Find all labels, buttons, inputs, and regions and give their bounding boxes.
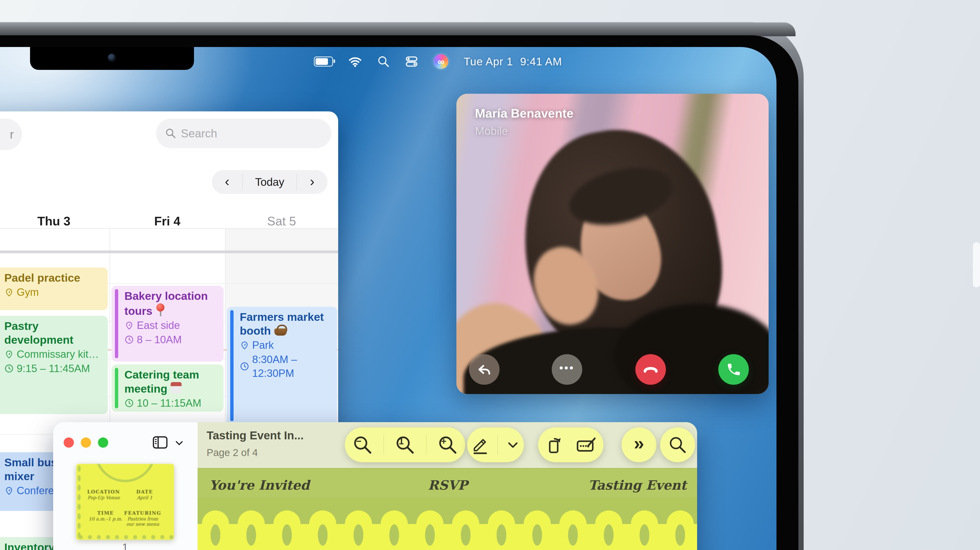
calendar-nav-control: ‹ Today ›: [212, 170, 328, 194]
rotate-button[interactable]: [544, 435, 564, 454]
markup-dropdown-button[interactable]: [506, 438, 520, 451]
backdrop-edge-artifact: [973, 242, 980, 287]
clock-icon: [240, 362, 249, 371]
apple-intelligence-icon[interactable]: [434, 54, 448, 69]
laptop-lid-edge: [0, 22, 795, 36]
spotlight-search-icon[interactable]: [377, 55, 390, 68]
thumbnail-page-number: 1: [76, 541, 174, 550]
preview-document-area: You're Invited RSVP Tasting Event Tastin…: [197, 422, 697, 550]
prev-day-button[interactable]: ‹: [212, 170, 242, 194]
toolbar-divider: [383, 435, 384, 455]
minimize-button[interactable]: [81, 437, 91, 448]
battery-icon[interactable]: [314, 57, 333, 67]
wifi-icon[interactable]: [348, 54, 362, 69]
reply-icon: [476, 362, 492, 377]
zoom-control-group: − 1 +: [345, 427, 465, 462]
day-header-fri: Fri 4: [110, 214, 225, 228]
toolbar-divider: [426, 435, 426, 455]
page-indicator: Page 2 of 4: [207, 447, 258, 458]
doc-header-center: RSVP: [426, 478, 469, 493]
more-button[interactable]: •••: [552, 354, 582, 385]
clock-icon: [4, 364, 14, 373]
event-bakery-location-tours[interactable]: Bakery location tours📍 East side 8 – 10A…: [111, 286, 224, 362]
window-title: Tasting Event In...: [207, 429, 304, 442]
event-color-bar: [115, 368, 118, 408]
clock-icon: [124, 335, 134, 344]
camera: [108, 54, 116, 62]
zoom-out-button[interactable]: −: [348, 430, 377, 459]
location-icon: [240, 340, 249, 350]
menu-bar-date: Tue Apr 1: [463, 55, 513, 68]
sidebar-toggle-button[interactable]: [153, 436, 168, 449]
caller-name: María Benavente: [475, 106, 573, 120]
doc-header-left: You're Invited: [209, 478, 310, 493]
event-color-bar: [115, 289, 118, 358]
zoom-in-button[interactable]: +: [433, 430, 462, 459]
page-1-thumbnail[interactable]: LOCATION Pop-Up Venue DATE April 1 TIME …: [76, 464, 174, 540]
papel-picado-page: [197, 497, 697, 550]
laptop-screen: Tue Apr 1 9:41 AM r ‹ Today › Thu 3 Fri …: [0, 47, 776, 550]
location-icon: [4, 349, 14, 359]
phone-icon: [726, 362, 741, 377]
more-tools-button[interactable]: »: [622, 427, 656, 462]
decline-call-button[interactable]: [635, 354, 666, 385]
sidebar-view-chevron-button[interactable]: [173, 438, 185, 448]
event-pastry-development[interactable]: Pastry development Commissary kit… 9:15 …: [0, 316, 108, 414]
toolbar-divider: [497, 435, 498, 455]
location-icon: [124, 320, 134, 330]
event-catering-team-meeting[interactable]: Catering team meeting🗓 10 – 11:15AM: [111, 364, 224, 412]
event-padel-practice[interactable]: Padel practice Gym: [0, 268, 108, 310]
call-line-label: Mobile: [475, 124, 508, 137]
zoom-actual-size-button[interactable]: 1: [391, 430, 419, 459]
markup-control-group: [467, 427, 524, 462]
preview-window[interactable]: LOCATION Pop-Up Venue DATE April 1 TIME …: [53, 422, 697, 550]
clock-icon: [124, 398, 134, 408]
calendar-search-field[interactable]: [156, 119, 331, 148]
location-icon: [4, 486, 14, 496]
day-header-thu: Thu 3: [0, 214, 108, 228]
hang-up-icon: [641, 360, 660, 378]
markup-pencil-button[interactable]: [471, 435, 489, 454]
calendar-emoji: 🗓: [170, 382, 182, 394]
next-day-button[interactable]: ›: [297, 170, 328, 194]
pushpin-emoji: 📍: [155, 303, 165, 317]
doc-header-right: Tasting Event: [579, 478, 687, 493]
search-icon: [668, 435, 687, 454]
grid-line: [0, 228, 338, 229]
search-icon: [165, 128, 176, 139]
document-search-button[interactable]: [660, 427, 695, 462]
search-input[interactable]: [156, 119, 331, 148]
fill-form-button[interactable]: [576, 436, 597, 454]
truncated-toolbar-button[interactable]: r: [0, 119, 22, 150]
basket-emoji: 🧺: [274, 324, 287, 336]
event-farmers-market-booth[interactable]: Farmers market booth🧺 Park 8:30AM – 12:3…: [227, 307, 337, 424]
close-button[interactable]: [64, 437, 74, 448]
location-icon: [4, 287, 14, 297]
preview-toolbar: Tasting Event In... Page 2 of 4 − 1 +: [197, 422, 697, 468]
event-color-bar: [230, 310, 234, 421]
all-day-separator: [0, 250, 338, 253]
caller-video: [457, 94, 768, 394]
zoom-window-button[interactable]: [98, 437, 108, 448]
menu-bar-clock[interactable]: Tue Apr 1 9:41 AM: [463, 55, 562, 68]
today-button[interactable]: Today: [243, 170, 296, 194]
day-header-sat: Sat 5: [225, 214, 338, 228]
rotate-form-group: [538, 427, 603, 462]
control-center-icon[interactable]: [405, 55, 418, 68]
accept-call-button[interactable]: [718, 354, 749, 385]
menu-bar-time: 9:41 AM: [520, 55, 562, 68]
facetime-call-window[interactable]: María Benavente Mobile •••: [457, 94, 768, 394]
notch: [30, 47, 194, 70]
reply-button[interactable]: [469, 354, 500, 385]
